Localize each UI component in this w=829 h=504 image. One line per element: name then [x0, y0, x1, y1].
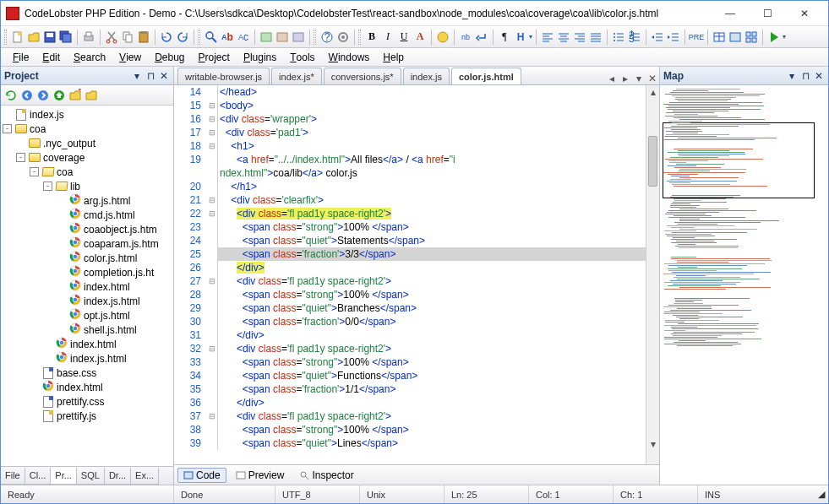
code-line[interactable]: 27⊟ <div class='fl pad1y space-right2'>: [174, 274, 646, 288]
menu-view[interactable]: View: [112, 48, 148, 66]
panel-dropdown-icon[interactable]: ▾: [786, 70, 798, 82]
code-line[interactable]: ndex.html">coa/lib</a> color.js: [174, 166, 646, 180]
editor-tab[interactable]: index.js: [403, 68, 450, 84]
code-line[interactable]: 29 <span class="quiet">Branches</span>: [174, 301, 646, 315]
list-ul-icon[interactable]: [612, 30, 625, 44]
code-line[interactable]: 36 </div>: [174, 396, 646, 409]
tree-toggle-icon[interactable]: -: [30, 167, 39, 176]
code-line[interactable]: 25 <span class='fraction'>3/3</span>: [174, 247, 646, 261]
fold-gutter[interactable]: [206, 396, 218, 409]
project-tree[interactable]: index.js-coa.nyc_output-coverage-coa-lib…: [1, 106, 173, 466]
tree-item[interactable]: completion.js.ht: [3, 265, 173, 279]
tree-toggle-icon[interactable]: -: [16, 153, 25, 162]
fold-gutter[interactable]: ⊟: [206, 99, 218, 112]
fold-gutter[interactable]: [206, 180, 218, 193]
grid-icon[interactable]: [744, 30, 758, 44]
tree-toggle-icon[interactable]: -: [43, 182, 52, 191]
save-icon[interactable]: [43, 30, 57, 44]
fold-gutter[interactable]: ⊟: [206, 139, 218, 153]
comment-icon[interactable]: [259, 30, 273, 44]
fold-gutter[interactable]: ⊟: [206, 126, 218, 139]
paragraph-icon[interactable]: ¶: [498, 30, 511, 44]
panel-pin-icon[interactable]: ⊓: [145, 70, 156, 82]
panel-pin-icon[interactable]: ⊓: [799, 70, 811, 82]
tab-next-icon[interactable]: ▸: [619, 73, 632, 84]
tree-item[interactable]: base.css: [3, 366, 173, 380]
tree-item[interactable]: arg.js.html: [3, 193, 173, 208]
copy-icon[interactable]: [121, 30, 134, 44]
fold-gutter[interactable]: ⊟: [206, 409, 218, 423]
project-tab-pr[interactable]: Pr...: [50, 468, 77, 485]
fold-gutter[interactable]: [206, 166, 218, 180]
editor-tab[interactable]: writable-browser.js: [177, 68, 270, 84]
tree-item[interactable]: prettify.js: [3, 409, 173, 423]
fold-gutter[interactable]: [206, 436, 218, 450]
justify-icon[interactable]: [589, 30, 603, 44]
code-editor[interactable]: 14</head>15⊟<body>16⊟<div class='wrapper…: [174, 85, 646, 464]
panel-close-icon[interactable]: ✕: [813, 70, 825, 82]
open-folder-icon[interactable]: [85, 89, 98, 102]
tree-item[interactable]: -lib: [3, 179, 173, 193]
redo-icon[interactable]: [176, 30, 189, 44]
tree-item[interactable]: cmd.js.html: [3, 208, 173, 222]
menu-tools[interactable]: Tools: [283, 48, 321, 66]
fold-gutter[interactable]: [206, 382, 218, 396]
nbsp-icon[interactable]: nb: [459, 30, 472, 44]
fold-gutter[interactable]: [206, 234, 218, 247]
code-line[interactable]: 16⊟<div class='wrapper'>: [174, 112, 646, 126]
open-file-icon[interactable]: [27, 30, 41, 44]
tree-item[interactable]: -coverage: [3, 150, 173, 165]
code-line[interactable]: 39 <span class="quiet">Lines</span>: [174, 436, 646, 450]
fold-gutter[interactable]: ⊟: [206, 274, 218, 288]
code-line[interactable]: 15⊟<body>: [174, 99, 646, 112]
tree-item[interactable]: opt.js.html: [3, 308, 173, 322]
code-line[interactable]: 33 <span class="strong">100% </span>: [174, 355, 646, 369]
status-encoding[interactable]: UTF_8: [275, 485, 360, 503]
align-center-icon[interactable]: [557, 30, 570, 44]
fold-gutter[interactable]: [206, 247, 218, 261]
table-icon[interactable]: [712, 30, 726, 44]
close-button[interactable]: ✕: [786, 2, 823, 25]
pre-icon[interactable]: PRE: [690, 30, 703, 44]
resize-grip-icon[interactable]: ◢: [811, 485, 828, 503]
tree-item[interactable]: -coa: [3, 122, 173, 136]
scroll-thumb[interactable]: [648, 136, 657, 187]
tree-item[interactable]: .nyc_output: [3, 136, 173, 150]
italic-icon[interactable]: I: [381, 30, 395, 44]
refresh-icon[interactable]: [4, 89, 18, 102]
fold-gutter[interactable]: ⊟: [206, 342, 218, 355]
settings-icon[interactable]: [336, 30, 350, 44]
vertical-scrollbar[interactable]: ▴ ▾: [646, 85, 659, 464]
tree-item[interactable]: color.js.html: [3, 251, 173, 265]
save-all-icon[interactable]: [59, 30, 73, 44]
minimap[interactable]: [660, 85, 828, 485]
cut-icon[interactable]: [105, 30, 118, 44]
menu-plugins[interactable]: Plugins: [237, 48, 283, 66]
menu-project[interactable]: Project: [192, 48, 237, 66]
project-tab-ex[interactable]: Ex...: [130, 468, 159, 485]
panel-close-icon[interactable]: ✕: [158, 70, 170, 82]
tree-item[interactable]: shell.js.html: [3, 322, 173, 337]
fold-gutter[interactable]: [206, 153, 218, 166]
tree-item[interactable]: coaparam.js.htm: [3, 236, 173, 251]
fold-gutter[interactable]: [206, 315, 218, 328]
run-icon[interactable]: [767, 30, 781, 44]
code-line[interactable]: 32⊟ <div class='fl pad1y space-right2'>: [174, 342, 646, 355]
format-icon[interactable]: [292, 30, 305, 44]
code-line[interactable]: 19 <a href="../../index.html">All files<…: [174, 153, 646, 166]
tree-item[interactable]: index.html: [3, 337, 173, 351]
code-line[interactable]: 28 <span class="strong">100% </span>: [174, 288, 646, 301]
find-in-files-icon[interactable]: Ac: [237, 30, 250, 44]
undo-icon[interactable]: [160, 30, 173, 44]
panel-dropdown-icon[interactable]: ▾: [131, 70, 143, 82]
tree-item[interactable]: index.html: [3, 380, 173, 394]
menu-search[interactable]: Search: [67, 48, 112, 66]
fold-gutter[interactable]: [206, 301, 218, 315]
fold-gutter[interactable]: [206, 288, 218, 301]
menu-file[interactable]: File: [6, 48, 35, 66]
underline-icon[interactable]: U: [397, 30, 411, 44]
tree-item[interactable]: prettify.css: [3, 394, 173, 409]
fold-gutter[interactable]: [206, 85, 218, 99]
layout-icon[interactable]: [728, 30, 742, 44]
bold-icon[interactable]: B: [365, 30, 379, 44]
